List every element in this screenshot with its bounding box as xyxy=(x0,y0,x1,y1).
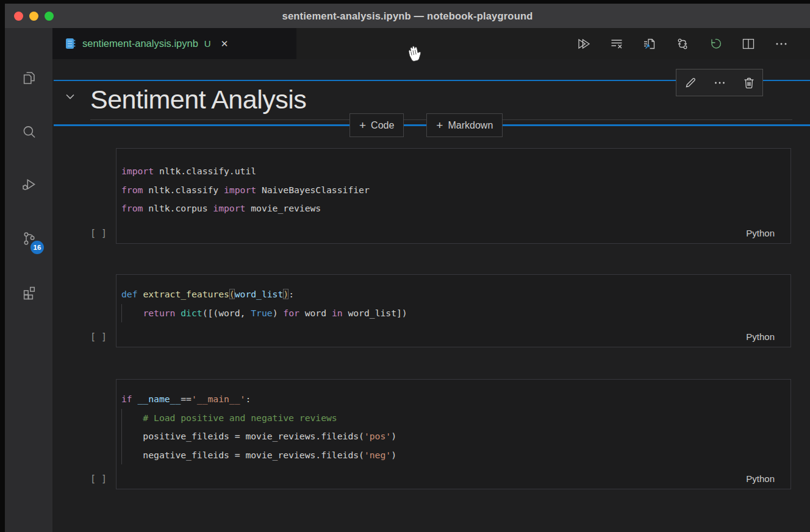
cell-language-picker[interactable]: Python xyxy=(746,228,775,238)
code-cell[interactable]: if __name__=='__main__': # Load positive… xyxy=(116,379,791,489)
plus-icon: + xyxy=(436,119,443,131)
cell-toolbar xyxy=(676,69,763,96)
split-editor-icon xyxy=(741,37,756,51)
indent-guide xyxy=(121,409,122,465)
indent-guide xyxy=(121,304,122,323)
cell-more-actions-button[interactable] xyxy=(712,76,727,90)
export-icon xyxy=(642,37,657,51)
code-editor[interactable]: import nltk.classify.utilfrom nltk.class… xyxy=(116,149,790,218)
editor-tab-bar: sentiement-analysis.ipynb U ✕ xyxy=(52,28,810,59)
revert-button[interactable] xyxy=(708,37,723,51)
split-editor-button[interactable] xyxy=(741,37,756,51)
code-cell[interactable]: def extract_features(word_list): return … xyxy=(116,274,791,347)
more-actions-icon xyxy=(774,37,789,51)
code-line: return dict([(word, True) for word in wo… xyxy=(116,304,790,323)
add-markdown-cell-button[interactable]: + Markdown xyxy=(426,113,503,137)
run-debug-icon xyxy=(21,176,37,193)
export-button[interactable] xyxy=(642,37,657,51)
notebook-toolbar xyxy=(576,28,789,59)
tab-close-icon[interactable]: ✕ xyxy=(221,38,229,49)
minimize-window-button[interactable] xyxy=(29,12,38,21)
revert-icon xyxy=(708,37,723,51)
more-actions-button[interactable] xyxy=(774,37,789,51)
code-line: import nltk.classify.util xyxy=(116,162,790,181)
code-line: # Load positive and negative reviews xyxy=(116,409,790,428)
add-code-label: Code xyxy=(371,120,394,131)
extensions-icon xyxy=(21,283,37,300)
notebook-icon xyxy=(65,37,76,50)
close-window-button[interactable] xyxy=(14,12,23,21)
code-editor[interactable]: if __name__=='__main__': # Load positive… xyxy=(116,380,790,464)
code-line: positive_fileids = movie_reviews.fileids… xyxy=(116,427,790,446)
chevron-down-icon xyxy=(65,93,76,101)
restart-kernel-icon xyxy=(675,37,690,51)
sidebar-item-run-and-debug[interactable] xyxy=(5,167,52,201)
search-icon xyxy=(21,124,37,140)
zoom-window-button[interactable] xyxy=(45,12,54,21)
run-all-button[interactable] xyxy=(576,37,591,51)
notebook-editor: Sentiment Analysis + Code xyxy=(52,59,810,532)
activity-bar: 16 xyxy=(5,28,52,532)
code-editor[interactable]: def extract_features(word_list): return … xyxy=(116,275,790,322)
more-actions-icon xyxy=(712,76,727,90)
window-title: sentiement-analysis.ipynb — notebook-pla… xyxy=(282,10,533,22)
sidebar-item-source-control[interactable]: 16 xyxy=(5,221,52,255)
tab-git-status: U xyxy=(204,38,211,49)
run-all-icon xyxy=(576,37,591,51)
collapse-cell-button[interactable] xyxy=(65,93,76,104)
edit-cell-button[interactable] xyxy=(683,76,698,90)
plus-icon: + xyxy=(359,119,366,131)
clear-all-outputs-button[interactable] xyxy=(609,37,624,51)
code-cell[interactable]: import nltk.classify.utilfrom nltk.class… xyxy=(116,148,791,244)
add-code-cell-button[interactable]: + Code xyxy=(349,113,404,137)
code-line: if __name__=='__main__': xyxy=(116,390,790,409)
trash-icon xyxy=(742,76,756,90)
files-icon xyxy=(21,69,37,86)
sidebar-item-search[interactable] xyxy=(5,115,52,149)
code-line: def extract_features(word_list): xyxy=(116,285,790,304)
add-markdown-label: Markdown xyxy=(448,120,493,131)
execution-count: [ ] xyxy=(90,332,107,342)
code-line: negative_fileids = movie_reviews.fileids… xyxy=(116,446,790,465)
window-titlebar: sentiement-analysis.ipynb — notebook-pla… xyxy=(5,4,810,28)
source-control-badge: 16 xyxy=(30,241,44,254)
traffic-lights xyxy=(10,4,54,28)
execution-count: [ ] xyxy=(90,228,107,239)
insert-cell-buttons: + Code + Markdown xyxy=(349,113,503,137)
tab-sentiement-analysis[interactable]: sentiement-analysis.ipynb U ✕ xyxy=(52,28,296,59)
tab-file-name: sentiement-analysis.ipynb xyxy=(82,38,198,49)
hand-cursor xyxy=(404,43,426,65)
pencil-icon xyxy=(683,76,698,90)
restart-kernel-button[interactable] xyxy=(675,37,690,51)
code-line: from nltk.classify import NaiveBayesClas… xyxy=(116,181,790,200)
clear-all-outputs-icon xyxy=(609,37,624,51)
cell-language-picker[interactable]: Python xyxy=(746,332,775,342)
delete-cell-button[interactable] xyxy=(742,76,756,90)
markdown-heading[interactable]: Sentiment Analysis xyxy=(90,81,306,118)
sidebar-item-explorer[interactable] xyxy=(5,60,52,94)
execution-count: [ ] xyxy=(90,473,107,484)
sidebar-item-extensions[interactable] xyxy=(5,274,52,308)
cell-language-picker[interactable]: Python xyxy=(746,473,775,484)
code-line: from nltk.corpus import movie_reviews xyxy=(116,199,790,218)
